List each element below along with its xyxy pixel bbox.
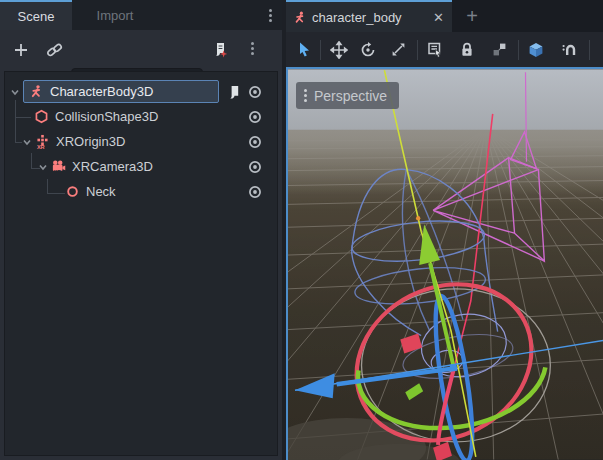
scene-tab-bar: character_body ✕ + <box>286 0 603 32</box>
tree-row-collisionshape3d[interactable]: CollisionShape3D <box>5 104 277 129</box>
tree-row-neck[interactable]: Neck <box>5 179 277 204</box>
select-tool-button[interactable] <box>292 38 316 62</box>
perspective-menu-button[interactable]: Perspective <box>296 82 399 109</box>
visibility-eye-icon[interactable] <box>247 84 263 100</box>
scene-tab-character-body[interactable]: character_body ✕ <box>286 0 452 32</box>
tab-import[interactable]: Import <box>72 0 158 30</box>
collapse-chevron-icon[interactable] <box>21 136 33 148</box>
group-icon <box>491 41 508 58</box>
node-label: CollisionShape3D <box>55 109 158 124</box>
script-new-icon <box>211 41 229 59</box>
rotate-tool-button[interactable] <box>356 38 380 62</box>
tree-row-xrorigin3d[interactable]: XR XROrigin3D <box>5 129 277 154</box>
select-arrow-icon <box>296 41 313 58</box>
viewport-render <box>288 69 603 460</box>
axis-dot <box>416 216 420 220</box>
viewport-3d[interactable]: Perspective <box>286 67 603 460</box>
rotate-icon <box>359 41 377 59</box>
collapse-chevron-icon[interactable] <box>9 86 21 98</box>
instantiate-scene-button[interactable] <box>43 39 65 61</box>
viewport-toolbar <box>286 32 603 67</box>
xr-origin-3d-icon: XR <box>35 134 50 149</box>
snap-magnet-icon <box>561 41 578 58</box>
scene-tree: CharacterBody3D Coll <box>4 71 278 456</box>
character-body-3d-icon <box>29 84 44 99</box>
use-snap-button[interactable] <box>557 38 581 62</box>
collapse-chevron-icon[interactable] <box>37 161 49 173</box>
main-editor-panel: character_body ✕ + <box>286 0 603 460</box>
lock-icon <box>459 41 475 58</box>
collision-shape-3d-icon <box>34 109 49 124</box>
script-icon[interactable] <box>226 84 241 100</box>
scene-dock-options-icon[interactable] <box>244 40 260 60</box>
dock-tab-bar: Scene Import <box>0 0 282 30</box>
attach-script-button[interactable] <box>208 39 232 61</box>
scene-dock-toolbar <box>0 30 282 71</box>
visibility-eye-icon[interactable] <box>247 109 263 125</box>
tree-row-xrcamera3d[interactable]: XR XRCamera3D <box>5 154 277 179</box>
tree-row-characterbody3d[interactable]: CharacterBody3D <box>5 79 277 104</box>
list-select-button[interactable] <box>423 38 447 62</box>
visibility-eye-icon[interactable] <box>247 184 263 200</box>
character-body-3d-icon <box>293 10 307 25</box>
xr-camera-3d-icon: XR <box>51 159 66 174</box>
move-icon <box>330 41 348 59</box>
visibility-eye-icon[interactable] <box>247 134 263 150</box>
node-label: CharacterBody3D <box>50 84 153 99</box>
list-select-icon <box>426 41 444 59</box>
scale-tool-button[interactable] <box>386 38 410 62</box>
add-node-button[interactable] <box>10 39 32 61</box>
use-local-space-button[interactable] <box>524 38 548 62</box>
visibility-eye-icon[interactable] <box>247 159 263 175</box>
node-label: Neck <box>86 184 116 199</box>
tab-scene-label: Scene <box>18 9 55 24</box>
local-space-cube-icon <box>527 41 545 59</box>
lock-node-button[interactable] <box>455 38 479 62</box>
scene-tab-label: character_body <box>312 10 427 25</box>
svg-text:XR: XR <box>54 169 61 174</box>
perspective-label: Perspective <box>314 88 387 104</box>
perspective-menu-icon <box>303 87 307 104</box>
scene-dock: Scene Import <box>0 0 282 460</box>
gizmo-center[interactable] <box>450 364 458 372</box>
link-icon <box>46 42 63 59</box>
node-label: XROrigin3D <box>56 134 125 149</box>
new-tab-button[interactable]: + <box>460 2 484 30</box>
close-tab-icon[interactable]: ✕ <box>433 10 444 25</box>
marker-ring-icon <box>65 184 80 199</box>
svg-text:XR: XR <box>37 144 45 149</box>
tab-import-label: Import <box>97 8 134 23</box>
node-label: XRCamera3D <box>72 159 153 174</box>
dock-menu-icon[interactable] <box>268 7 272 24</box>
scale-icon <box>390 41 407 58</box>
plus-icon <box>13 42 29 58</box>
move-tool-button[interactable] <box>327 38 351 62</box>
group-node-button[interactable] <box>487 38 511 62</box>
selected-node-highlight[interactable]: CharacterBody3D <box>23 80 219 103</box>
tab-scene[interactable]: Scene <box>0 0 72 30</box>
